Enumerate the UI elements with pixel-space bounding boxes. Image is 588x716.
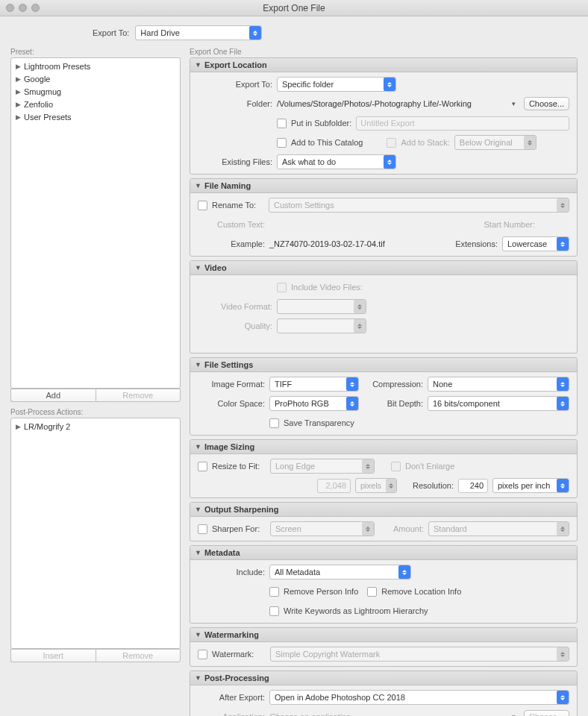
size-input bbox=[317, 479, 351, 493]
preset-item[interactable]: ▶Google bbox=[11, 72, 180, 85]
resolution-input[interactable] bbox=[458, 479, 488, 493]
triangle-right-icon: ▶ bbox=[16, 75, 21, 83]
triangle-right-icon: ▶ bbox=[16, 63, 21, 70]
video-quality-select bbox=[277, 318, 366, 333]
section-metadata: ▼Metadata Include: All Metadata Remove P… bbox=[190, 545, 578, 624]
remove-preset-button[interactable]: Remove bbox=[96, 389, 181, 402]
extensions-select[interactable]: Lowercase bbox=[502, 236, 569, 251]
bitdepth-select[interactable]: 16 bits/component bbox=[428, 396, 569, 411]
existing-files-select[interactable]: Ask what to do bbox=[277, 154, 396, 169]
add-catalog-label: Add to This Catalog bbox=[291, 138, 363, 147]
size-units-select: pixels bbox=[355, 478, 397, 493]
section-header[interactable]: ▼Export Location bbox=[190, 58, 577, 72]
preset-item[interactable]: ▶Zenfolio bbox=[11, 98, 180, 110]
image-format-select[interactable]: TIFF bbox=[269, 377, 359, 392]
close-icon[interactable] bbox=[6, 4, 14, 12]
keywords-hierarchy-checkbox[interactable] bbox=[269, 606, 279, 616]
transparency-checkbox[interactable] bbox=[269, 418, 279, 428]
chevron-updown-icon bbox=[557, 397, 569, 410]
section-header[interactable]: ▼Watermarking bbox=[190, 628, 577, 642]
chevron-updown-icon bbox=[557, 522, 569, 536]
application-placeholder: Choose an application... bbox=[269, 712, 504, 716]
section-header[interactable]: ▼Image Sizing bbox=[190, 440, 577, 454]
section-header[interactable]: ▼Metadata bbox=[190, 546, 577, 560]
triangle-down-icon: ▼ bbox=[195, 631, 201, 638]
remove-person-checkbox[interactable] bbox=[269, 587, 279, 597]
rename-checkbox[interactable] bbox=[198, 201, 207, 210]
video-quality-label: Quality: bbox=[198, 321, 272, 330]
chevron-updown-icon bbox=[346, 397, 358, 410]
export-to-label: Export To: bbox=[93, 28, 129, 37]
compression-select[interactable]: None bbox=[428, 377, 569, 392]
preset-item[interactable]: ▶User Presets bbox=[11, 110, 180, 123]
chevron-updown-icon bbox=[354, 319, 366, 333]
extensions-label: Extensions: bbox=[455, 239, 498, 248]
chevron-updown-icon bbox=[386, 479, 396, 492]
preset-list[interactable]: ▶Lightroom Presets ▶Google ▶Smugmug ▶Zen… bbox=[10, 57, 181, 389]
postproc-item[interactable]: ▶LR/Mogrify 2 bbox=[11, 420, 180, 433]
chevron-down-icon: ▾ bbox=[509, 712, 519, 716]
transparency-label: Save Transparency bbox=[284, 418, 354, 427]
section-header[interactable]: ▼Post-Processing bbox=[190, 671, 577, 685]
watermark-checkbox[interactable] bbox=[198, 650, 207, 659]
amount-select: Standard bbox=[428, 521, 569, 536]
include-video-label: Include Video Files: bbox=[291, 283, 363, 292]
section-output-sharpening: ▼Output Sharpening Sharpen For: Screen A… bbox=[190, 502, 578, 541]
location-export-to-select[interactable]: Specific folder bbox=[277, 77, 396, 92]
put-subfolder-label: Put in Subfolder: bbox=[291, 119, 351, 128]
postproc-list[interactable]: ▶LR/Mogrify 2 bbox=[10, 418, 181, 649]
insert-action-button[interactable]: Insert bbox=[10, 649, 96, 662]
triangle-right-icon: ▶ bbox=[16, 101, 21, 108]
chevron-updown-icon bbox=[557, 479, 569, 492]
section-watermarking: ▼Watermarking Watermark: Simple Copyrigh… bbox=[190, 627, 578, 667]
minimize-icon[interactable] bbox=[19, 4, 27, 12]
resize-checkbox[interactable] bbox=[198, 462, 207, 471]
chevron-updown-icon bbox=[398, 565, 410, 579]
custom-text-label: Custom Text: bbox=[198, 220, 265, 229]
section-header[interactable]: ▼File Naming bbox=[190, 179, 577, 193]
section-header[interactable]: ▼Video bbox=[190, 261, 577, 275]
colorspace-label: Color Space: bbox=[198, 399, 265, 408]
application-label: Application: bbox=[198, 712, 265, 716]
add-catalog-checkbox[interactable] bbox=[277, 138, 287, 148]
chevron-updown-icon bbox=[557, 237, 569, 251]
include-label: Include: bbox=[198, 568, 265, 577]
sharpen-checkbox[interactable] bbox=[198, 524, 207, 534]
section-post-processing: ▼Post-Processing After Export: Open in A… bbox=[190, 671, 578, 716]
keywords-hierarchy-label: Write Keywords as Lightroom Hierarchy bbox=[284, 606, 428, 615]
choose-folder-button[interactable]: Choose... bbox=[524, 97, 569, 110]
section-header[interactable]: ▼File Settings bbox=[190, 358, 577, 372]
after-export-select[interactable]: Open in Adobe Photoshop CC 2018 bbox=[269, 690, 569, 705]
resize-select: Long Edge bbox=[270, 459, 375, 474]
section-image-sizing: ▼Image Sizing Resize to Fit: Long Edge D… bbox=[190, 439, 578, 498]
triangle-down-icon: ▼ bbox=[195, 506, 201, 513]
zoom-icon[interactable] bbox=[31, 4, 40, 12]
add-stack-checkbox bbox=[387, 138, 396, 148]
watermark-select: Simple Copyright Watermark bbox=[270, 647, 569, 662]
subfolder-input[interactable] bbox=[356, 116, 569, 131]
window-title: Export One File bbox=[0, 3, 588, 13]
colorspace-select[interactable]: ProPhoto RGB bbox=[269, 396, 359, 411]
right-header: Export One File bbox=[190, 48, 578, 56]
put-subfolder-checkbox[interactable] bbox=[277, 119, 287, 128]
chevron-updown-icon bbox=[557, 691, 569, 704]
video-format-select bbox=[277, 299, 366, 314]
preset-item[interactable]: ▶Smugmug bbox=[11, 85, 180, 98]
include-select[interactable]: All Metadata bbox=[269, 565, 411, 580]
example-label: Example: bbox=[198, 239, 265, 248]
bitdepth-label: Bit Depth: bbox=[363, 399, 423, 408]
chevron-down-icon[interactable]: ▾ bbox=[509, 98, 519, 109]
resolution-units-select[interactable]: pixels per inch bbox=[492, 478, 569, 493]
remove-action-button[interactable]: Remove bbox=[96, 649, 181, 662]
remove-location-checkbox[interactable] bbox=[367, 587, 377, 597]
section-header[interactable]: ▼Output Sharpening bbox=[190, 503, 577, 517]
location-export-to-label: Export To: bbox=[198, 80, 272, 89]
add-stack-label: Add to Stack: bbox=[401, 138, 449, 147]
export-to-select[interactable]: Hard Drive bbox=[135, 25, 262, 40]
chevron-updown-icon bbox=[557, 198, 569, 212]
after-export-label: After Export: bbox=[198, 693, 265, 702]
remove-location-label: Remove Location Info bbox=[381, 587, 461, 596]
preset-item[interactable]: ▶Lightroom Presets bbox=[11, 60, 180, 72]
image-format-label: Image Format: bbox=[198, 380, 265, 389]
add-preset-button[interactable]: Add bbox=[10, 389, 96, 402]
